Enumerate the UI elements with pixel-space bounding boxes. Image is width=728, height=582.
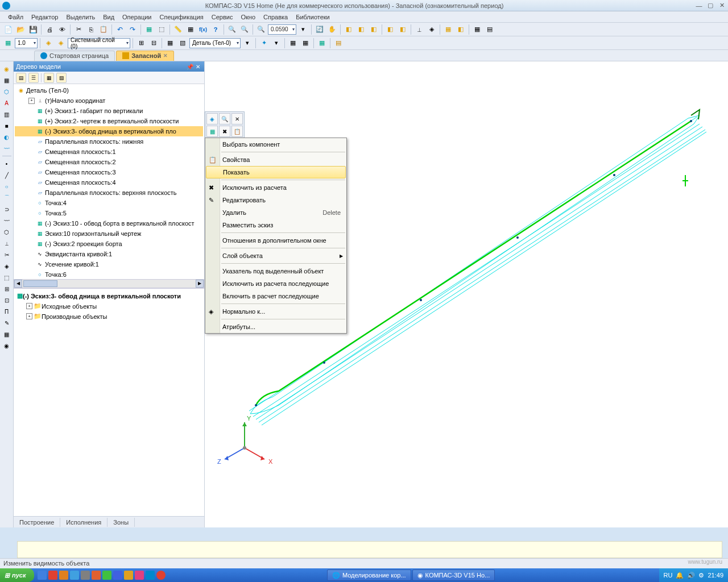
- paste-button[interactable]: [98, 24, 109, 35]
- context-menu-item[interactable]: Атрибуты...: [205, 321, 346, 333]
- float-tool-button[interactable]: 🔍: [219, 113, 230, 124]
- tray-icon[interactable]: 🔊: [687, 572, 695, 579]
- 3d-viewport[interactable]: X Y Z: [205, 61, 728, 527]
- expand-icon[interactable]: +: [26, 303, 32, 309]
- ql-icon[interactable]: [124, 571, 133, 580]
- undo-button[interactable]: [114, 24, 126, 35]
- tab-start[interactable]: Стартовая страница: [34, 51, 115, 61]
- tool-button[interactable]: 〰: [2, 215, 12, 226]
- tool-button[interactable]: ▦: [442, 24, 454, 35]
- scale-input[interactable]: 1.0: [15, 38, 38, 48]
- tool-button[interactable]: ▤: [484, 24, 495, 35]
- ql-icon[interactable]: [135, 571, 144, 580]
- tree-item[interactable]: +⟂(т)Начало координат: [15, 95, 203, 106]
- tree-button[interactable]: ▧: [56, 73, 67, 83]
- part-select[interactable]: Деталь (Тел-0): [189, 38, 241, 48]
- tool-button[interactable]: ◉: [2, 340, 12, 351]
- pan-button[interactable]: ✋: [326, 24, 338, 35]
- menu-file[interactable]: Файл: [5, 13, 27, 22]
- tree-item[interactable]: ▱Смещенная плоскость:4: [15, 177, 203, 188]
- dropdown-button[interactable]: ▾: [242, 38, 253, 49]
- menu-window[interactable]: Окно: [237, 13, 259, 22]
- tree-item[interactable]: ▱Параллельная плоскость: верхняя плоскос…: [15, 188, 203, 198]
- zoom-dropdown[interactable]: ▾: [297, 24, 309, 35]
- lang-indicator[interactable]: RU: [664, 572, 673, 579]
- rotate-button[interactable]: 🔄: [314, 24, 325, 35]
- open-button[interactable]: [15, 24, 26, 35]
- tool-button[interactable]: ▤: [333, 38, 344, 49]
- tool-button[interactable]: ◧: [455, 24, 466, 35]
- tool-button[interactable]: A: [2, 98, 12, 108]
- task-button[interactable]: 🌐Моделирование кор...: [327, 569, 411, 581]
- context-menu-item[interactable]: Отношения в дополнительном окне: [205, 234, 346, 247]
- ql-icon[interactable]: [38, 571, 47, 580]
- folder-source[interactable]: + 📁 Исходные объекты: [15, 301, 203, 311]
- tool-button[interactable]: ⬚: [2, 272, 12, 282]
- tree-button[interactable]: ☰: [28, 73, 39, 83]
- redo-button[interactable]: [127, 24, 138, 35]
- sketch-button[interactable]: ▦: [143, 24, 155, 35]
- ql-icon[interactable]: [59, 571, 68, 580]
- tool-button[interactable]: •: [2, 159, 12, 169]
- tray-icon[interactable]: 🔔: [676, 572, 684, 579]
- cube-button[interactable]: [343, 24, 354, 35]
- tree-root[interactable]: ◉ Деталь (Тел-0): [15, 85, 203, 95]
- ql-icon[interactable]: [48, 571, 57, 580]
- tool-button[interactable]: ◈: [2, 261, 12, 271]
- layer-button[interactable]: ◈: [55, 38, 67, 49]
- tool-button[interactable]: ◐: [2, 132, 12, 142]
- zoom-fit-button[interactable]: [226, 24, 238, 35]
- tool-button[interactable]: ▦: [2, 329, 12, 339]
- tool-button[interactable]: ⊃: [2, 204, 12, 214]
- tool-button[interactable]: ▦: [300, 38, 311, 49]
- tree-item[interactable]: ▦(+) Эскиз:2- чертеж в вертикальной плос…: [15, 116, 203, 126]
- ql-icon[interactable]: [70, 571, 79, 580]
- tree-item[interactable]: ▦(-) Эскиз:10 - обвод борта в вертикальн…: [15, 218, 203, 228]
- tree-item[interactable]: ▦(+) Эскиз:1- габарит по вертикали: [15, 106, 203, 116]
- float-tool-button[interactable]: ◈: [206, 113, 218, 124]
- help-button[interactable]: [210, 24, 221, 35]
- context-menu-item[interactable]: Включить в расчет последующие: [205, 290, 346, 302]
- measure-button[interactable]: 📏: [172, 24, 184, 35]
- context-menu-item[interactable]: ◈Нормально к...: [205, 305, 346, 318]
- new-button[interactable]: [2, 24, 14, 35]
- maximize-button[interactable]: ▢: [706, 2, 714, 10]
- menu-service[interactable]: Сервис: [208, 13, 237, 22]
- tool-button[interactable]: ▧: [177, 38, 188, 49]
- menu-libs[interactable]: Библиотеки: [292, 13, 333, 22]
- expand-icon[interactable]: +: [28, 98, 35, 104]
- sketch-edit-icon[interactable]: ▦: [2, 38, 14, 49]
- tree-item[interactable]: ○Точка:4: [15, 198, 203, 208]
- start-button[interactable]: ⊞пуск: [0, 568, 34, 582]
- context-menu-item[interactable]: Выбрать компонент: [205, 138, 346, 151]
- tool-button[interactable]: 〰: [2, 143, 12, 153]
- menu-view[interactable]: Вид: [100, 13, 118, 22]
- tool-button[interactable]: П: [2, 306, 12, 317]
- tool-button[interactable]: ▦: [164, 38, 176, 49]
- context-menu-item[interactable]: УдалитьDelete: [205, 206, 346, 219]
- tool-button[interactable]: ▦: [471, 24, 483, 35]
- tool-button[interactable]: ╱: [2, 170, 12, 180]
- tree-item[interactable]: ▦Эскиз:10 горизонтальный чертеж: [15, 228, 203, 239]
- tree-item[interactable]: ▱Смещенная плоскость:1: [15, 147, 203, 157]
- print-button[interactable]: [44, 24, 55, 35]
- preview-button[interactable]: 👁: [56, 24, 68, 35]
- cube-button[interactable]: [397, 24, 408, 35]
- float-tool-button[interactable]: ▦: [206, 126, 218, 137]
- ql-icon[interactable]: [156, 571, 166, 580]
- float-tool-button[interactable]: ✖: [219, 126, 230, 137]
- menu-select[interactable]: Выделить: [63, 13, 98, 22]
- context-menu-item[interactable]: 📋Свойства: [205, 153, 346, 166]
- tool-button[interactable]: ▦: [287, 38, 299, 49]
- menu-help[interactable]: Справка: [260, 13, 291, 22]
- cube-button[interactable]: [355, 24, 367, 35]
- tool-button[interactable]: ⬚: [156, 24, 167, 35]
- tree-scrollbar[interactable]: ◀ ▶: [14, 279, 204, 288]
- layer-button[interactable]: ◈: [43, 38, 54, 49]
- context-menu-item[interactable]: Исключить из расчета последующие: [205, 277, 346, 290]
- tool-button[interactable]: ✦: [258, 38, 270, 49]
- close-button[interactable]: ✕: [718, 2, 726, 10]
- copy-button[interactable]: [85, 24, 97, 35]
- tool-button[interactable]: ⟂: [413, 24, 425, 35]
- tree-item[interactable]: ∿Усечение кривой:1: [15, 259, 203, 269]
